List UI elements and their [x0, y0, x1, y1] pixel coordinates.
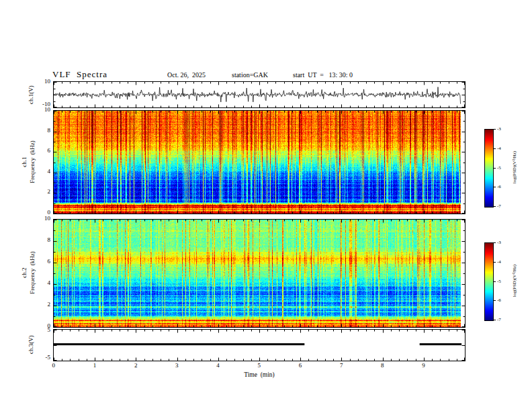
header-station: station=GAK: [232, 71, 268, 79]
frequency-tick-label: 6: [36, 258, 50, 265]
x-tick-label: 8: [381, 362, 384, 369]
frequency-tick-label: 4: [36, 279, 50, 286]
x-tick-label: 7: [340, 362, 343, 369]
waveform-ymin-label: -10: [36, 101, 50, 107]
x-tick-label: 3: [175, 362, 179, 369]
ch1-voltage-axis-label: ch.1(V): [28, 85, 34, 104]
x-tick-label: 2: [134, 362, 138, 369]
ch3-status-panel: [53, 329, 466, 361]
ch3-ymax-label: 5: [36, 326, 50, 333]
vlf-spectra-figure: VLF Spectra Oct. 26, 2025 station=GAK st…: [0, 0, 532, 411]
ch1-channel-label: ch.1: [21, 156, 28, 167]
ch1-spectrogram-panel: [53, 110, 466, 214]
page-title: VLF Spectra: [52, 69, 107, 80]
ch2-channel-label: ch.2: [21, 267, 28, 277]
colorbar-ch1-canvas: [485, 130, 493, 207]
colorbar-tick-mark: [493, 242, 496, 243]
waveform-ymax-label: 10: [36, 78, 50, 85]
colorbar-tick-label: -5: [497, 279, 501, 284]
frequency-tick-label: 2: [36, 188, 50, 195]
time-axis-label: Time (min): [244, 371, 275, 378]
colorbar-tick-label: -3: [497, 240, 501, 245]
ch3-ymin-label: -5: [36, 354, 50, 361]
colorbar-tick-mark: [493, 206, 496, 207]
colorbar-ch1-label: log(PSD)(V²/Hz): [512, 151, 517, 183]
x-tick-label: 5: [258, 362, 261, 369]
colorbar-ch2-canvas: [485, 243, 493, 320]
frequency-tick-label: 10: [36, 215, 50, 222]
colorbar-tick-label: -6: [497, 298, 501, 303]
colorbar-tick-label: -4: [497, 146, 501, 151]
header-date: Oct. 26, 2025: [167, 71, 206, 79]
frequency-tick-label: 2: [36, 301, 50, 308]
x-tick-label: 6: [299, 362, 302, 369]
colorbar-tick-mark: [493, 148, 496, 149]
colorbar-tick-mark: [493, 281, 496, 282]
ch2-frequency-axis-label: Frequency (kHz): [29, 251, 36, 293]
x-tick-label: 0: [52, 362, 56, 369]
colorbar-tick-mark: [493, 187, 496, 187]
frequency-tick-label: 8: [36, 127, 50, 134]
frequency-tick-label: 4: [36, 168, 50, 175]
x-tick-label: 1: [93, 362, 97, 369]
colorbar-tick-label: -3: [497, 126, 501, 132]
colorbar-tick-mark: [493, 262, 496, 263]
x-tick-label: 9: [422, 362, 425, 369]
colorbar-tick-label: -4: [497, 259, 501, 265]
colorbar-tick-mark: [493, 320, 496, 320]
colorbar-tick-label: -5: [497, 165, 501, 171]
ch2-spectrogram-panel: [53, 219, 466, 328]
colorbar-ch2: [484, 242, 494, 321]
ch1-spectrogram-canvas: [54, 111, 465, 214]
colorbar-ch2-label: log(PSD)(V²/Hz): [512, 265, 517, 297]
ch1-waveform-panel: [53, 81, 466, 108]
header-start-ut: start UT = 13: 30: 0: [293, 71, 353, 79]
colorbar-tick-label: -7: [497, 203, 501, 209]
colorbar-tick-mark: [493, 168, 496, 169]
frequency-tick-label: 8: [36, 236, 50, 243]
ch1-waveform-canvas: [54, 82, 465, 107]
ch2-spectrogram-canvas: [54, 220, 465, 327]
colorbar-ch1: [484, 129, 494, 208]
colorbar-tick-label: -6: [497, 184, 501, 189]
colorbar-tick-mark: [493, 129, 496, 130]
x-tick-label: 4: [216, 362, 220, 369]
colorbar-tick-mark: [493, 300, 496, 301]
ch1-frequency-axis-label: Frequency (kHz): [29, 140, 36, 183]
frequency-tick-label: 6: [36, 147, 50, 154]
colorbar-tick-label: -7: [497, 317, 501, 322]
ch3-status-canvas: [54, 330, 465, 361]
ch3-voltage-axis-label: ch.3(V): [28, 335, 34, 354]
